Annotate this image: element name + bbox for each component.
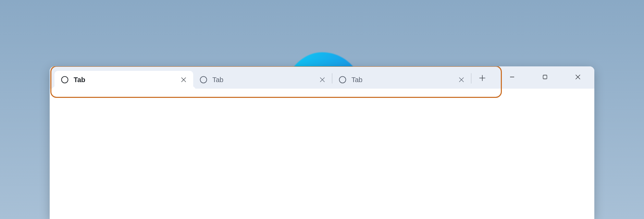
maximize-icon <box>542 74 548 81</box>
window-controls <box>496 66 594 89</box>
svg-point-2 <box>339 77 346 83</box>
close-tab-button[interactable] <box>457 75 466 85</box>
content-area <box>50 89 594 219</box>
browser-window: Tab Tab Tab <box>50 66 594 219</box>
circle-icon <box>61 76 69 84</box>
svg-rect-3 <box>543 75 547 79</box>
svg-point-0 <box>62 77 68 83</box>
plus-icon <box>479 75 486 83</box>
tab-active[interactable]: Tab <box>54 71 193 89</box>
minimize-icon <box>509 74 515 81</box>
tab-label: Tab <box>351 76 452 84</box>
circle-icon <box>199 76 208 84</box>
minimize-button[interactable] <box>496 66 529 89</box>
new-tab-button[interactable] <box>473 72 491 86</box>
close-window-button[interactable] <box>561 66 594 89</box>
titlebar[interactable]: Tab Tab Tab <box>50 66 594 89</box>
close-icon <box>575 74 581 81</box>
maximize-button[interactable] <box>529 66 561 89</box>
tab-divider <box>471 73 471 83</box>
tab-inactive[interactable]: Tab <box>332 71 471 89</box>
svg-point-1 <box>200 77 207 83</box>
tab-label: Tab <box>212 76 313 84</box>
close-tab-button[interactable] <box>179 75 188 85</box>
circle-icon <box>338 76 347 84</box>
close-tab-button[interactable] <box>318 75 327 85</box>
tab-strip: Tab Tab Tab <box>50 66 491 89</box>
tab-label: Tab <box>74 76 174 84</box>
tab-inactive[interactable]: Tab <box>193 71 332 89</box>
